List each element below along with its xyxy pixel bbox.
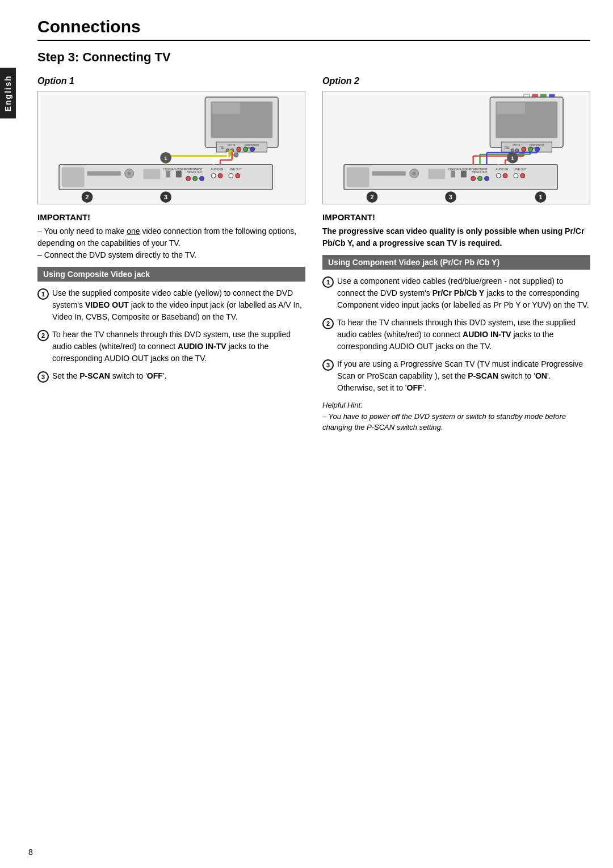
option2-step1-text: Use a component video cables (red/blue/g… bbox=[337, 275, 590, 311]
svg-point-69 bbox=[535, 147, 540, 152]
step2-circle: 2 bbox=[37, 330, 49, 341]
option2-diagram: 75Ω OUT IN COMPONENT VIDEO IN S-VIDEO IN bbox=[322, 91, 590, 204]
option2-step3: 3 If you are using a Progressive Scan TV… bbox=[322, 358, 590, 394]
svg-rect-80 bbox=[451, 171, 455, 178]
svg-point-28 bbox=[186, 176, 191, 181]
svg-text:AUDIO IN: AUDIO IN bbox=[496, 168, 508, 171]
option1-section-bar: Using Composite Video jack bbox=[37, 267, 305, 282]
svg-point-12 bbox=[250, 147, 255, 152]
option1-important-text: – You only need to make one video connec… bbox=[37, 225, 305, 261]
option1-step2-text: To hear the TV channels through this DVD… bbox=[52, 329, 305, 364]
option2-section-bar: Using Component Video jack (Pr/Cr Pb /Cb… bbox=[322, 255, 590, 270]
svg-rect-74 bbox=[347, 167, 370, 187]
option1-step3-text: Set the P-SCAN switch to 'OFF'. bbox=[52, 370, 166, 382]
svg-point-15 bbox=[234, 153, 238, 157]
option1-step1-text: Use the supplied composite video cable (… bbox=[52, 287, 305, 323]
option2-label: Option 2 bbox=[322, 76, 590, 86]
option2-column: Option 2 75Ω OUT IN bbox=[322, 76, 590, 433]
option2-step3-text: If you are using a Progressive Scan TV (… bbox=[337, 358, 590, 394]
option1-step2: 2 To hear the TV channels through this D… bbox=[37, 329, 305, 364]
svg-rect-25 bbox=[176, 171, 182, 178]
helpful-hint-title: Helpful Hint: bbox=[322, 401, 363, 409]
opt2-step1-circle: 1 bbox=[322, 276, 334, 288]
svg-point-33 bbox=[218, 174, 222, 178]
svg-rect-82 bbox=[461, 171, 467, 178]
svg-text:2: 2 bbox=[85, 194, 89, 200]
svg-point-65 bbox=[511, 149, 514, 152]
option1-step1: 1 Use the supplied composite video cable… bbox=[37, 287, 305, 323]
svg-text:AUDIO IN: AUDIO IN bbox=[211, 168, 223, 171]
option2-important-bold: The progressive scan video quality is on… bbox=[322, 227, 584, 248]
option2-step2: 2 To hear the TV channels through this D… bbox=[322, 317, 590, 353]
option1-step3: 3 Set the P-SCAN switch to 'OFF'. bbox=[37, 370, 305, 383]
opt2-step3-circle: 3 bbox=[322, 359, 334, 371]
option2-step1: 1 Use a component video cables (red/blue… bbox=[322, 275, 590, 311]
svg-point-29 bbox=[193, 176, 198, 181]
svg-point-85 bbox=[471, 176, 476, 181]
svg-text:OUT  IN: OUT IN bbox=[513, 144, 520, 146]
option1-important-label: IMPORTANT! bbox=[37, 212, 305, 222]
svg-rect-17 bbox=[62, 167, 85, 187]
svg-rect-59 bbox=[497, 103, 525, 114]
svg-point-68 bbox=[528, 147, 533, 152]
svg-text:3: 3 bbox=[449, 194, 452, 200]
svg-point-10 bbox=[237, 147, 241, 152]
svg-point-90 bbox=[503, 174, 507, 178]
language-tab: English bbox=[0, 68, 16, 119]
svg-point-36 bbox=[236, 174, 240, 178]
svg-rect-21 bbox=[144, 169, 161, 179]
svg-rect-2 bbox=[212, 103, 240, 114]
step1-circle: 1 bbox=[37, 288, 49, 300]
svg-rect-18 bbox=[87, 171, 121, 176]
svg-point-93 bbox=[520, 174, 525, 178]
option1-label: Option 1 bbox=[37, 76, 305, 86]
svg-rect-23 bbox=[166, 171, 170, 178]
svg-point-89 bbox=[496, 174, 501, 178]
option1-diagram: 75Ω OUT IN COMPONENT VIDEO IN S-VIDEO IN bbox=[37, 91, 305, 204]
step3-circle: 3 bbox=[37, 371, 49, 383]
svg-point-35 bbox=[229, 174, 233, 178]
svg-point-11 bbox=[243, 147, 248, 152]
svg-text:OUT  IN: OUT IN bbox=[228, 144, 235, 146]
svg-text:1: 1 bbox=[164, 155, 167, 161]
option1-text1: – You only need to make one video connec… bbox=[37, 227, 296, 259]
svg-point-86 bbox=[478, 176, 482, 181]
two-column-layout: Option 1 75Ω OUT IN COMPONENT VIDEO IN bbox=[37, 76, 590, 433]
svg-point-67 bbox=[522, 147, 526, 152]
svg-point-92 bbox=[514, 174, 518, 178]
option2-important-label: IMPORTANT! bbox=[322, 212, 590, 222]
svg-point-30 bbox=[200, 176, 204, 181]
svg-text:75Ω: 75Ω bbox=[219, 146, 224, 149]
helpful-hint: Helpful Hint: – You have to power off th… bbox=[322, 400, 590, 433]
opt2-step2-circle: 2 bbox=[322, 318, 334, 329]
step-title: Step 3: Connecting TV bbox=[37, 50, 590, 65]
option2-important-text: The progressive scan video quality is on… bbox=[322, 225, 590, 249]
svg-rect-75 bbox=[372, 171, 406, 176]
svg-rect-78 bbox=[429, 169, 446, 179]
svg-point-66 bbox=[515, 149, 519, 152]
option1-column: Option 1 75Ω OUT IN COMPONENT VIDEO IN bbox=[37, 76, 305, 433]
helpful-hint-text: – You have to power off the DVD system o… bbox=[322, 412, 566, 432]
svg-text:1: 1 bbox=[539, 194, 542, 200]
svg-text:1: 1 bbox=[511, 155, 514, 161]
svg-text:VIDEO OUT: VIDEO OUT bbox=[187, 171, 203, 174]
svg-text:LINE OUT: LINE OUT bbox=[514, 168, 527, 171]
svg-text:COAXIAL: COAXIAL bbox=[163, 168, 175, 171]
page-number: 8 bbox=[28, 848, 33, 857]
svg-point-87 bbox=[485, 176, 489, 181]
svg-text:75Ω: 75Ω bbox=[504, 146, 509, 149]
page-title: Connections bbox=[37, 17, 590, 41]
svg-text:VIDEO OUT: VIDEO OUT bbox=[472, 171, 488, 174]
svg-point-32 bbox=[211, 174, 216, 178]
svg-text:3: 3 bbox=[164, 194, 167, 200]
svg-text:LINE OUT: LINE OUT bbox=[229, 168, 242, 171]
svg-text:COAXIAL: COAXIAL bbox=[448, 168, 460, 171]
svg-point-77 bbox=[413, 172, 416, 175]
svg-text:2: 2 bbox=[370, 194, 373, 200]
svg-point-20 bbox=[128, 172, 131, 175]
option2-step2-text: To hear the TV channels through this DVD… bbox=[337, 317, 590, 353]
